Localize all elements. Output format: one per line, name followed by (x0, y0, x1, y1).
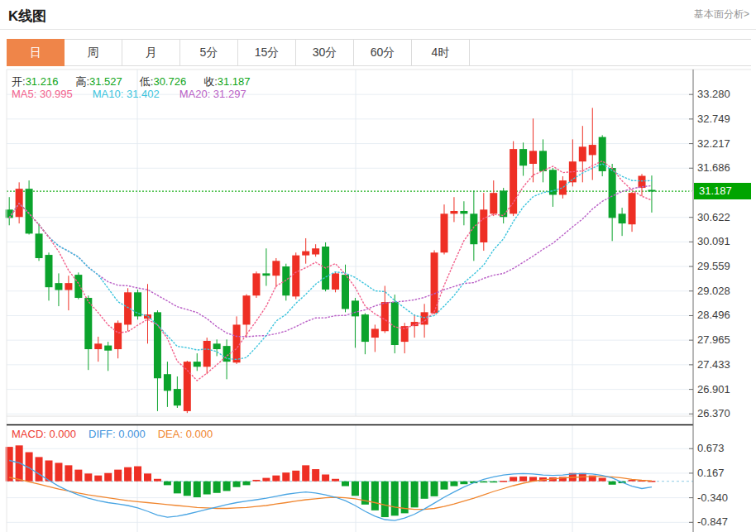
y-axis-label: 26.901 (697, 383, 730, 396)
y-axis-label: 32.749 (697, 113, 730, 126)
readout-item: DEA: 0.000 (158, 428, 213, 440)
y-axis-label: 0.167 (697, 467, 725, 480)
y-axis-label: 0.673 (697, 442, 725, 455)
ma-readout: MA5: 30.995MA10: 31.402MA20: 31.297 (12, 88, 246, 100)
y-axis-label: 26.370 (697, 407, 730, 420)
y-axis-label: 27.965 (697, 333, 730, 347)
readout-item: MA10: 31.402 (93, 88, 160, 100)
y-axis-label: 31.686 (697, 161, 730, 175)
readout-item: MACD: 0.000 (12, 428, 76, 440)
y-axis-label: -0.340 (697, 491, 728, 505)
readout-item: DIFF: 0.000 (89, 428, 146, 440)
macd-readout: MACD: 0.000DIFF: 0.000DEA: 0.000 (12, 428, 213, 440)
y-axis-label: 29.559 (697, 260, 730, 273)
kline-widget: K线图 基本面分析> 日周月5分15分30分60分4时 开:31.216高:31… (0, 0, 756, 532)
y-axis-label: 30.091 (697, 235, 730, 248)
y-axis-label: 29.028 (697, 285, 730, 298)
readout-item: MA20: 31.297 (179, 88, 246, 100)
y-axis-label: 30.622 (697, 211, 730, 224)
y-axis-label: 32.217 (697, 137, 730, 151)
y-axis-label: -0.847 (697, 515, 728, 529)
y-axis-label: 28.496 (697, 309, 730, 322)
y-axis-label: 27.433 (697, 358, 730, 371)
readout-item: MA5: 30.995 (12, 88, 73, 100)
y-axis-label: 33.280 (697, 88, 730, 101)
current-price-tag: 31.187 (694, 183, 751, 199)
